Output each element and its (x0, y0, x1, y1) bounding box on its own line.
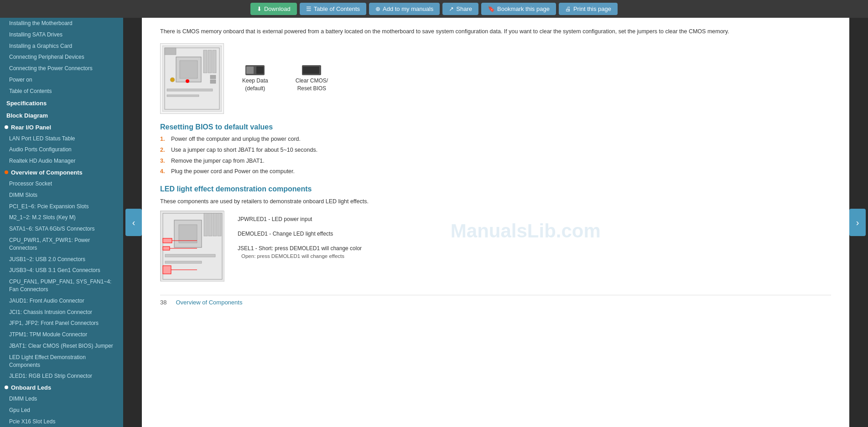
sidebar-item-installing-graphics[interactable]: Installing a Graphics Card (0, 41, 123, 52)
sidebar-item-pcie-x16[interactable]: Pcie X16 Slot Leds (0, 416, 123, 427)
sidebar-section-specifications[interactable]: Specifications (0, 97, 123, 109)
svg-rect-22 (165, 254, 215, 257)
led-heading: LED light effect demonstration component… (160, 185, 831, 193)
add-to-my-manuals-button[interactable]: ⊕ Add to my manuals (369, 3, 440, 15)
step-4: 4. Plug the power cord and Power on the … (160, 167, 831, 176)
sidebar-item-installing-motherboard[interactable]: Installing the Motherboard (0, 18, 123, 29)
sidebar-item-sata-6gbs[interactable]: SATA1~6: SATA 6Gb/S Connectors (0, 223, 123, 235)
svg-rect-25 (163, 247, 170, 250)
download-button[interactable]: ⬇ Download (250, 3, 297, 15)
sidebar-item-connecting-peripheral[interactable]: Connecting Peripheral Devices (0, 51, 123, 63)
bookmark-button[interactable]: 🔖 Bookmark this page (481, 3, 556, 15)
resetting-bios-heading: Resetting BIOS to default values (160, 123, 831, 131)
svg-rect-4 (203, 50, 207, 73)
sidebar-item-table-of-contents[interactable]: Table of Contents (0, 86, 123, 97)
clear-cmos-label: Clear CMOS/ (296, 77, 328, 85)
led-item-2: JSEL1 - Short: press DEMOLED1 will chang… (238, 244, 831, 260)
led-labels: JPWRLED1 - LED power input DEMOLED1 - Ch… (238, 211, 831, 267)
sidebar-item-processor-socket[interactable]: Processor Socket (0, 178, 123, 190)
step-3: 3. Remove the jumper cap from JBAT1. (160, 157, 831, 165)
download-icon: ⬇ (257, 5, 262, 12)
sidebar-item-jtpm1[interactable]: JTPM1: TPM Module Connector (0, 329, 123, 340)
jbat-board-image (160, 43, 224, 114)
sidebar-section-overview-components[interactable]: Overview of Components (0, 167, 123, 178)
keep-data-label: Keep Data (242, 77, 268, 85)
svg-rect-21 (218, 213, 221, 236)
main-layout: Installing the Motherboard Installing SA… (0, 18, 868, 427)
keep-data-sub: (default) (242, 85, 268, 93)
keep-data-option: Keep Data (default) (242, 65, 268, 93)
dot-icon-onboard (5, 386, 8, 389)
bookmark-icon: 🔖 (488, 5, 495, 12)
led-item-0: JPWRLED1 - LED power input (238, 215, 831, 223)
share-icon: ↗ (449, 5, 454, 12)
sidebar-section-onboard-leds[interactable]: Onboard Leds (0, 382, 123, 393)
print-button[interactable]: 🖨 Print this page (559, 3, 618, 15)
steps-list: 1. Power off the computer and unplug the… (160, 135, 831, 176)
list-icon: ☰ (306, 5, 312, 12)
sidebar-section-rear-io[interactable]: Rear I/O Panel (0, 122, 123, 133)
sidebar-item-audio-ports[interactable]: Audio Ports Configuration (0, 144, 123, 155)
sidebar: Installing the Motherboard Installing SA… (0, 18, 123, 427)
sidebar-item-cpu-fan1[interactable]: CPU_FAN1, PUMP_FAN1, SYS_FAN1~4: Fan Con… (0, 276, 123, 295)
sidebar-item-jusb1-2[interactable]: JUSB1~2: USB 2.0 Connectors (0, 254, 123, 265)
svg-rect-8 (167, 95, 199, 97)
jbat-diagram: Keep Data (default) Clear CMOS/ Reset BI… (160, 43, 831, 114)
svg-rect-23 (165, 261, 202, 263)
sidebar-item-lan-port-led[interactable]: LAN Port LED Status Table (0, 133, 123, 144)
sidebar-item-jci1[interactable]: JCI1: Chassis Intrusion Connector (0, 307, 123, 318)
plus-icon: ⊕ (375, 5, 380, 12)
sidebar-item-led-demo[interactable]: LED Light Effect Demonstration Component… (0, 352, 123, 371)
svg-rect-26 (163, 266, 171, 274)
svg-rect-9 (210, 75, 216, 79)
step-1: 1. Power off the computer and unplug the… (160, 135, 831, 144)
svg-rect-20 (213, 213, 217, 236)
sidebar-item-power-on[interactable]: Power on (0, 74, 123, 86)
led-intro: These components are used by retailers t… (160, 197, 831, 206)
sidebar-item-gpu-led[interactable]: Gpu Led (0, 405, 123, 416)
content-wrapper: ‹ There is CMOS memory onboard that is e… (123, 18, 868, 427)
dot-icon-overview (5, 170, 8, 174)
page-number: 38 (160, 299, 166, 306)
sidebar-item-cpu-pwr1[interactable]: CPU_PWR1, ATX_PWR1: Power Connectors (0, 235, 123, 254)
dot-icon (5, 125, 8, 129)
sidebar-section-block-diagram[interactable]: Block Diagram (0, 109, 123, 122)
sidebar-item-jled1[interactable]: JLED1: RGB LED Strip Connector (0, 370, 123, 382)
svg-rect-24 (163, 238, 172, 243)
print-icon: 🖨 (565, 5, 571, 12)
clear-cmos-option: Clear CMOS/ Reset BIOS (296, 65, 328, 93)
toolbar: ⬇ Download ☰ Table of Contents ⊕ Add to … (0, 0, 868, 18)
svg-rect-3 (180, 61, 198, 78)
svg-rect-19 (208, 213, 212, 236)
sidebar-item-dimm-slots[interactable]: DIMM Slots (0, 190, 123, 201)
led-board-image (160, 211, 224, 281)
page-footer: 38 Overview of Components (160, 295, 831, 306)
next-page-button[interactable]: › (849, 209, 866, 236)
sidebar-item-connecting-power[interactable]: Connecting the Power Connectors (0, 63, 123, 74)
svg-rect-6 (213, 50, 216, 73)
svg-point-12 (186, 79, 189, 83)
clear-cmos-sub: Reset BIOS (296, 85, 328, 93)
sidebar-item-realtek-hd[interactable]: Realtek HD Audio Manager (0, 155, 123, 167)
toc-button[interactable]: ☰ Table of Contents (300, 3, 366, 15)
sidebar-item-jfp1-2[interactable]: JFP1, JFP2: Front Panel Connectors (0, 318, 123, 329)
svg-rect-10 (210, 80, 216, 83)
share-button[interactable]: ↗ Share (442, 3, 478, 15)
sidebar-item-pci-e1-6[interactable]: PCI_E1~6: Pcie Expansion Slots (0, 201, 123, 212)
sidebar-item-jaud1[interactable]: JAUD1: Front Audio Connector (0, 295, 123, 307)
svg-point-11 (170, 77, 175, 82)
step-2: 2. Use a jumper cap to short JBAT1 for a… (160, 146, 831, 154)
prev-page-button[interactable]: ‹ (125, 209, 142, 236)
sidebar-item-dimm-leds[interactable]: DIMM Leds (0, 393, 123, 405)
sidebar-item-jbat1[interactable]: JBAT1: Clear CMOS (Reset BIOS) Jumper (0, 340, 123, 352)
sidebar-item-m2-1-2[interactable]: M2_1~2: M.2 Slots (Key M) (0, 212, 123, 223)
svg-rect-7 (167, 89, 213, 91)
intro-text: There is CMOS memory onboard that is ext… (160, 27, 831, 36)
sidebar-item-jusb3-4[interactable]: JUSB3~4: USB 3.1 Gen1 Connectors (0, 265, 123, 276)
led-demo-area: JPWRLED1 - LED power input DEMOLED1 - Ch… (160, 211, 831, 281)
svg-rect-5 (208, 50, 212, 73)
sidebar-item-installing-sata[interactable]: Installing SATA Drives (0, 29, 123, 41)
page-footer-link[interactable]: Overview of Components (176, 299, 242, 306)
svg-rect-18 (204, 213, 208, 236)
svg-rect-13 (165, 48, 176, 55)
